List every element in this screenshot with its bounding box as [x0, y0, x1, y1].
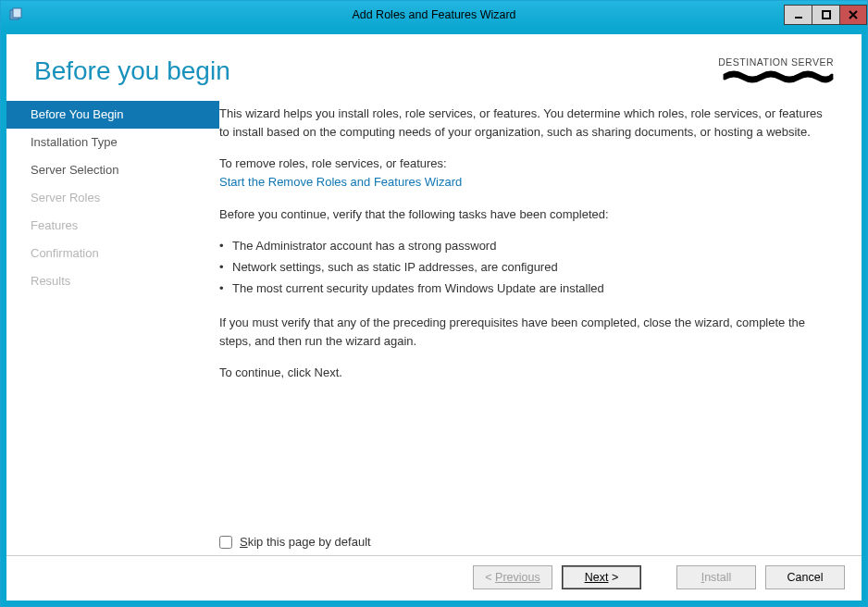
nav-results: Results: [6, 267, 219, 295]
wizard-body: Before You Begin Installation Type Serve…: [6, 97, 862, 555]
previous-button: < Previous: [473, 565, 552, 589]
remove-section: To remove roles, role services, or featu…: [219, 155, 834, 192]
prerequisite-list: The Administrator account has a strong p…: [219, 237, 834, 301]
destination-server-name-redacted: [723, 69, 834, 84]
cancel-button[interactable]: Cancel: [765, 565, 845, 589]
nav-before-you-begin[interactable]: Before You Begin: [6, 101, 219, 129]
destination-server-box: DESTINATION SERVER: [718, 56, 834, 88]
wizard-footer: < Previous Next > Install Cancel: [6, 555, 862, 601]
verify-lead-text: Before you continue, verify that the fol…: [219, 205, 834, 224]
svg-rect-1: [13, 8, 21, 18]
prerequisite-item: The Administrator account has a strong p…: [219, 237, 834, 255]
prerequisite-item: The most current security updates from W…: [219, 279, 834, 298]
prerequisite-item: Network settings, such as static IP addr…: [219, 258, 834, 277]
install-button: Install: [676, 565, 756, 589]
nav-server-selection[interactable]: Server Selection: [6, 156, 219, 184]
minimize-icon: [794, 10, 803, 19]
nav-server-roles: Server Roles: [6, 184, 219, 212]
button-gap: [651, 565, 667, 589]
minimize-button[interactable]: [784, 5, 812, 25]
maximize-icon: [822, 10, 831, 19]
next-button[interactable]: Next >: [562, 565, 641, 589]
wizard-header: Before you begin DESTINATION SERVER: [6, 34, 862, 97]
app-icon: [8, 7, 23, 22]
continue-hint-text: To continue, click Next.: [219, 364, 834, 382]
start-remove-wizard-link[interactable]: Start the Remove Roles and Features Wiza…: [219, 173, 834, 192]
page-title: Before you begin: [34, 56, 230, 86]
wizard-nav: Before You Begin Installation Type Serve…: [6, 97, 219, 555]
window-body: Before you begin DESTINATION SERVER Befo…: [1, 29, 867, 606]
wizard-content: This wizard helps you install roles, rol…: [219, 97, 862, 555]
window-title: Add Roles and Features Wizard: [1, 8, 867, 21]
verify-followup-text: If you must verify that any of the prece…: [219, 314, 834, 351]
skip-label: Skip this page by default: [240, 533, 371, 551]
maximize-button[interactable]: [812, 5, 839, 25]
intro-text: This wizard helps you install roles, rol…: [219, 105, 834, 142]
nav-installation-type[interactable]: Installation Type: [6, 129, 219, 156]
skip-row: Skip this page by default: [219, 522, 834, 555]
window-controls: [784, 5, 867, 25]
destination-server-label: DESTINATION SERVER: [718, 56, 834, 68]
wizard-window: Add Roles and Features Wizard Before you…: [0, 0, 868, 607]
nav-features: Features: [6, 212, 219, 240]
remove-lead-text: To remove roles, role services, or featu…: [219, 155, 834, 173]
titlebar: Add Roles and Features Wizard: [1, 1, 867, 29]
close-icon: [849, 10, 858, 19]
nav-confirmation: Confirmation: [6, 240, 219, 267]
svg-rect-3: [823, 11, 830, 19]
skip-checkbox[interactable]: [219, 536, 232, 549]
svg-rect-2: [795, 17, 802, 19]
close-button[interactable]: [839, 5, 867, 25]
